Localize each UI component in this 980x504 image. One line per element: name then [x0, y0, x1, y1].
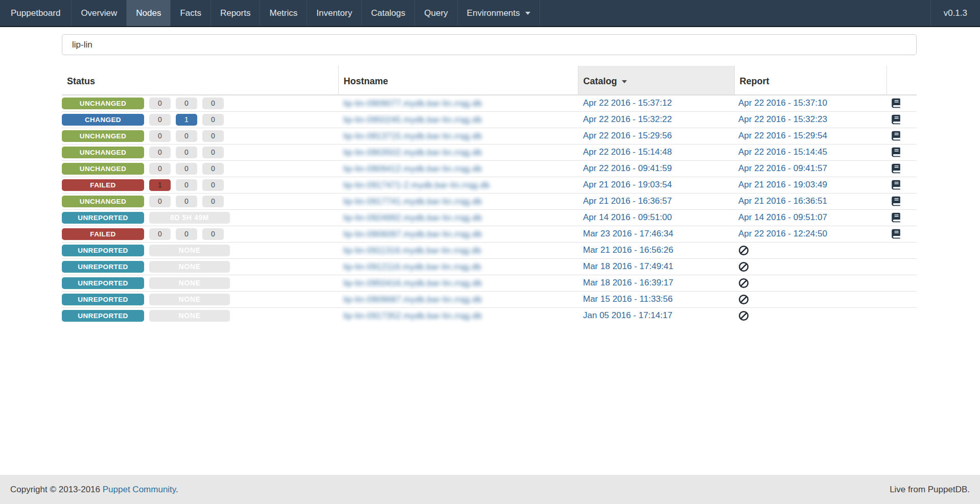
puppet-community-link[interactable]: Puppet Community [103, 485, 176, 494]
hostname-link-blurred[interactable]: lip-lin-0950416.mydb.bar-lin.rrqg.db [343, 278, 482, 287]
report-timestamp-link[interactable]: Apr 22 2016 - 09:41:57 [738, 163, 827, 173]
hostname-link-blurred[interactable]: lip-lin-0906097.mydb.bar-lin.rrqg.db [343, 229, 482, 238]
catalog-timestamp-link[interactable]: Apr 22 2016 - 15:37:12 [583, 98, 672, 108]
status-badge-unchanged: UNCHANGED [62, 196, 144, 207]
nav-item-nodes[interactable]: Nodes [127, 0, 171, 26]
report-timestamp-link[interactable]: Apr 22 2016 - 15:37:10 [738, 98, 827, 108]
catalog-timestamp-link[interactable]: Apr 21 2016 - 19:03:54 [583, 180, 672, 189]
catalog-timestamp-link[interactable]: Mar 18 2016 - 17:49:41 [583, 261, 673, 271]
report-cell: Apr 22 2016 - 15:37:10 [734, 95, 886, 111]
hostname-link-blurred[interactable]: lip-lin-0950245.mydb.bar-lin.rrqg.db [343, 115, 482, 124]
nav-brand-puppetboard[interactable]: Puppetboard [0, 0, 72, 26]
report-cell: Apr 22 2016 - 09:41:57 [734, 160, 886, 177]
metric-count-box: 0 [149, 114, 171, 126]
report-book-icon[interactable] [891, 131, 901, 141]
hostname-link-blurred[interactable]: lip-lin-0912116.mydb.bar-lin.rrqg.db [343, 262, 481, 271]
status-badge-failed: FAILED [62, 228, 144, 240]
catalog-timestamp-link[interactable]: Mar 21 2016 - 16:56:26 [583, 245, 673, 255]
col-header-hostname[interactable]: Hostname [338, 66, 578, 95]
hostname-link-blurred[interactable]: lip-lin-0917741.mydb.bar-lin.rrqg.db [343, 197, 482, 206]
report-book-icon[interactable] [891, 180, 901, 190]
report-timestamp-link[interactable]: Apr 22 2016 - 15:14:45 [738, 147, 827, 157]
report-book-icon[interactable] [891, 196, 901, 206]
col-header-report[interactable]: Report [734, 66, 886, 95]
report-timestamp-link[interactable]: Apr 21 2016 - 16:36:51 [738, 196, 827, 206]
page-footer: Copyright © 2013-2016 Puppet Community. … [0, 475, 980, 504]
copyright-suffix: . [176, 485, 178, 494]
hostname-link-blurred[interactable]: lip-lin-0924992.mydb.bar-lin.rrqg.db [343, 213, 482, 222]
hostname-link-blurred[interactable]: lip-lin-0903502.mydb.bar-lin.rrqg.db [343, 148, 482, 157]
nav-item-reports[interactable]: Reports [211, 0, 261, 26]
catalog-timestamp-link[interactable]: Apr 21 2016 - 16:36:57 [583, 196, 672, 206]
catalog-timestamp-link[interactable]: Apr 22 2016 - 15:29:56 [583, 131, 672, 140]
hostname-link-blurred[interactable]: lip-lin-0917471-2.mydb.bar-lin.rrqg.db [343, 180, 490, 189]
nav-item-query[interactable]: Query [415, 0, 457, 26]
status-badge-unreported: UNREPORTED [62, 277, 144, 289]
report-icon-cell [886, 307, 917, 324]
metric-count-box: 0 [202, 196, 224, 207]
metric-count-box: 0 [176, 130, 197, 142]
metric-count-box: 0 [176, 147, 197, 158]
nodes-table: Status Hostname Catalog Report UNCHANGED… [62, 66, 917, 324]
catalog-timestamp-link[interactable]: Mar 23 2016 - 17:46:34 [583, 229, 673, 238]
nav-item-catalogs[interactable]: Catalogs [362, 0, 415, 26]
hostname-cell: lip-lin-0917471-2.mydb.bar-lin.rrqg.db [338, 177, 578, 193]
status-cell: UNREPORTEDNONE [62, 258, 338, 275]
status-cell: UNREPORTEDNONE [62, 307, 338, 324]
no-report-ban-icon [738, 278, 749, 289]
report-book-icon[interactable] [891, 147, 901, 157]
report-book-icon[interactable] [891, 98, 901, 108]
nav-item-inventory[interactable]: Inventory [307, 0, 362, 26]
catalog-cell: Apr 21 2016 - 16:36:57 [578, 193, 734, 209]
catalog-cell: Apr 22 2016 - 15:37:12 [578, 95, 734, 111]
col-header-catalog-sorted[interactable]: Catalog [578, 66, 734, 95]
report-book-icon[interactable] [891, 114, 901, 125]
catalog-timestamp-link[interactable]: Apr 22 2016 - 15:32:22 [583, 114, 672, 124]
hostname-link-blurred[interactable]: lip-lin-0909412.mydb.bar-lin.rrqg.db [343, 164, 482, 173]
nav-item-overview[interactable]: Overview [72, 0, 127, 26]
catalog-timestamp-link[interactable]: Apr 22 2016 - 09:41:59 [583, 163, 672, 173]
unreported-duration-box: NONE [149, 310, 230, 322]
status-cell: UNCHANGED000 [62, 128, 338, 144]
hostname-link-blurred[interactable]: lip-lin-0911316.mydb.bar-lin.rrqg.db [343, 246, 481, 255]
catalog-cell: Mar 15 2016 - 11:33:56 [578, 291, 734, 307]
status-cell: UNCHANGED000 [62, 144, 338, 160]
report-book-icon[interactable] [891, 229, 901, 239]
node-search-input[interactable] [62, 34, 917, 55]
hostname-link-blurred[interactable]: lip-lin-0909077.mydb.bar-lin.rrqg.db [343, 99, 482, 108]
report-icon-cell [886, 128, 917, 144]
report-book-icon[interactable] [891, 212, 901, 223]
nav-item-metrics[interactable]: Metrics [260, 0, 307, 26]
hostname-cell: lip-lin-0909687.mydb.bar-lin.rrqg.db [338, 291, 578, 307]
report-timestamp-link[interactable]: Apr 21 2016 - 19:03:49 [738, 180, 827, 189]
report-icon-cell [886, 160, 917, 177]
hostname-cell: lip-lin-0813715.mydb.bar-lin.rrqg.db [338, 128, 578, 144]
hostname-cell: lip-lin-0909412.mydb.bar-lin.rrqg.db [338, 160, 578, 177]
report-timestamp-link[interactable]: Apr 22 2016 - 15:32:23 [738, 114, 827, 124]
metric-count-box: 0 [149, 98, 171, 109]
catalog-cell: Apr 22 2016 - 09:41:59 [578, 160, 734, 177]
report-timestamp-link[interactable]: Apr 14 2016 - 09:51:07 [738, 212, 827, 222]
hostname-cell: lip-lin-0911316.mydb.bar-lin.rrqg.db [338, 242, 578, 258]
hostname-link-blurred[interactable]: lip-lin-0917352.mydb.bar-lin.rrqg.db [343, 311, 482, 320]
hostname-link-blurred[interactable]: lip-lin-0813715.mydb.bar-lin.rrqg.db [343, 131, 482, 140]
catalog-timestamp-link[interactable]: Mar 18 2016 - 16:39:17 [583, 278, 673, 287]
report-icon-cell [886, 144, 917, 160]
report-timestamp-link[interactable]: Apr 22 2016 - 15:29:54 [738, 131, 827, 140]
metric-count-box: 0 [149, 228, 171, 240]
report-timestamp-link[interactable]: Apr 22 2016 - 12:24:50 [738, 229, 827, 238]
nav-item-environments[interactable]: Environments [458, 0, 540, 26]
nav-items: PuppetboardOverviewNodesFactsReportsMetr… [0, 0, 540, 26]
catalog-timestamp-link[interactable]: Apr 22 2016 - 15:14:48 [583, 147, 672, 157]
col-header-status[interactable]: Status [62, 66, 338, 95]
catalog-timestamp-link[interactable]: Apr 14 2016 - 09:51:00 [583, 212, 672, 222]
catalog-timestamp-link[interactable]: Mar 15 2016 - 11:33:56 [583, 294, 672, 304]
metric-count-box: 0 [202, 114, 224, 126]
status-badge-unreported: UNREPORTED [62, 294, 144, 305]
nav-item-facts[interactable]: Facts [171, 0, 211, 26]
hostname-cell: lip-lin-0909077.mydb.bar-lin.rrqg.db [338, 95, 578, 111]
catalog-timestamp-link[interactable]: Jan 05 2016 - 17:14:17 [583, 310, 672, 320]
hostname-link-blurred[interactable]: lip-lin-0909687.mydb.bar-lin.rrqg.db [343, 295, 482, 304]
report-book-icon[interactable] [891, 163, 901, 174]
unreported-duration-box: NONE [149, 245, 230, 256]
